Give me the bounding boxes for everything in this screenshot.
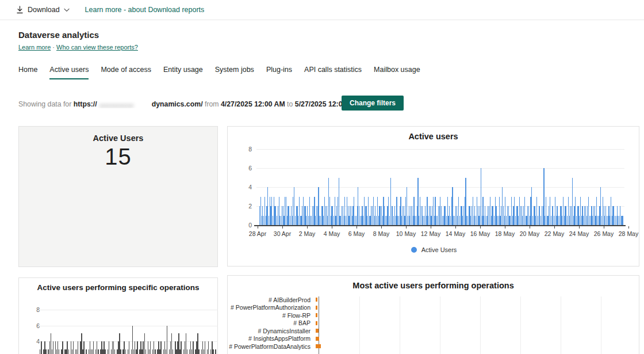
y-tick-label: 2 xyxy=(236,203,252,210)
category-label: # PowerPlatformAuthorization xyxy=(228,304,314,311)
active-users-count-card: Active Users 15 xyxy=(18,126,218,267)
legend-label: Active Users xyxy=(421,246,457,253)
bar xyxy=(83,341,84,354)
bar xyxy=(316,321,317,325)
x-tick-label: 14 May xyxy=(442,230,469,237)
count-card-value: 15 xyxy=(19,144,217,170)
most-active-users-rows: # AIBuilderProd# PowerPlatformAuthorizat… xyxy=(228,296,640,351)
x-tick xyxy=(604,226,604,229)
horizontal-bar-row: # DynamicsInstaller xyxy=(228,327,640,335)
y-tick-label: 4 xyxy=(24,338,40,345)
tab-plug-ins[interactable]: Plug-ins xyxy=(266,66,292,79)
bar xyxy=(86,349,86,354)
bar xyxy=(160,341,161,354)
who-can-view-link[interactable]: Who can view these reports? xyxy=(56,44,138,51)
bar xyxy=(53,341,53,354)
bar xyxy=(316,344,321,348)
x-tick-label: 28 May xyxy=(615,230,642,237)
y-tick-label: 8 xyxy=(236,146,252,153)
bar xyxy=(215,349,216,354)
download-icon xyxy=(16,6,24,14)
download-label: Download xyxy=(28,6,60,14)
category-label: # InsightsAppsPlatform xyxy=(228,335,314,342)
vertical-gridline xyxy=(601,296,601,354)
vertical-gridline xyxy=(400,296,400,354)
x-axis-line xyxy=(254,225,626,226)
tab-system-jobs[interactable]: System jobs xyxy=(215,66,254,79)
bar xyxy=(167,326,167,354)
bar xyxy=(62,341,63,354)
bar xyxy=(198,349,199,354)
chart-title-active-users: Active users xyxy=(228,132,639,141)
chevron-down-icon xyxy=(64,8,70,12)
category-label: # Flow-RP xyxy=(228,312,314,319)
bar xyxy=(98,349,98,354)
x-tick-label: 8 May xyxy=(368,230,394,237)
x-tick-label: 16 May xyxy=(467,230,493,237)
download-button[interactable]: Download xyxy=(16,6,70,14)
x-tick-label: 4 May xyxy=(319,230,345,237)
bar xyxy=(316,298,317,302)
tab-mailbox-usage[interactable]: Mailbox usage xyxy=(374,66,420,79)
bar xyxy=(45,349,46,354)
bar xyxy=(316,337,319,341)
x-tick xyxy=(356,226,357,229)
bar xyxy=(41,341,41,354)
from-label: from xyxy=(205,100,219,108)
url-redacted-blur: ■■■■■■■■■ xyxy=(97,101,152,108)
horizontal-bar-row: # PowerPlatformDataAnalytics xyxy=(228,342,640,351)
horizontal-bar-row: # Flow-RP xyxy=(228,311,640,319)
bar-series xyxy=(40,310,218,354)
y-tick-label: 6 xyxy=(24,322,40,329)
learn-more-download-reports-link[interactable]: Learn more - about Download reports xyxy=(85,6,205,14)
filter-prefix: Showing data for xyxy=(18,100,71,108)
x-tick xyxy=(628,226,629,229)
x-tick-label: 20 May xyxy=(516,230,543,237)
bar xyxy=(120,349,121,354)
category-label: # DynamicsInstaller xyxy=(228,328,314,334)
x-tick xyxy=(282,226,283,229)
legend-dot-icon xyxy=(411,247,417,253)
tab-active-users[interactable]: Active users xyxy=(49,66,89,79)
tab-entity-usage[interactable]: Entity usage xyxy=(163,66,203,79)
header-links: Learn more · Who can view these reports? xyxy=(18,44,138,51)
x-tick xyxy=(530,226,530,229)
tab-api-calls-statistics[interactable]: API calls statistics xyxy=(304,66,362,79)
x-tick-label: 12 May xyxy=(417,230,444,237)
change-filters-button[interactable]: Change filters xyxy=(342,96,404,111)
tab-home[interactable]: Home xyxy=(18,66,37,79)
specific-operations-chart-card: Active users performing specific operati… xyxy=(18,277,218,354)
bar xyxy=(78,341,78,354)
bar xyxy=(109,341,109,354)
bar xyxy=(125,349,126,354)
x-tick xyxy=(258,226,258,229)
tab-mode-of-access[interactable]: Mode of access xyxy=(101,66,151,79)
bar xyxy=(59,349,59,354)
x-tick-label: 22 May xyxy=(541,230,568,237)
x-tick xyxy=(307,226,308,229)
bar xyxy=(213,349,213,354)
x-tick xyxy=(332,226,332,229)
vertical-gridline xyxy=(359,296,360,354)
vertical-gridline xyxy=(440,296,440,354)
bar xyxy=(172,349,173,354)
learn-more-link[interactable]: Learn more xyxy=(18,44,51,51)
dataverse-analytics-page: Download Learn more - about Download rep… xyxy=(0,0,644,354)
bar xyxy=(155,349,155,354)
x-tick xyxy=(505,226,505,229)
from-datetime: 4/27/2025 12:00 AM xyxy=(221,100,285,108)
page-title: Dataverse analytics xyxy=(18,30,99,40)
to-label: to xyxy=(287,100,293,108)
x-tick xyxy=(431,226,431,229)
vertical-gridline xyxy=(520,296,521,354)
vertical-gridline xyxy=(561,296,561,354)
category-label: # AIBuilderProd xyxy=(228,296,314,303)
filter-summary: Showing data for https://■■■■■■■■■dynami… xyxy=(18,100,359,108)
bar xyxy=(93,341,94,354)
category-label: # PowerPlatformDataAnalytics xyxy=(228,343,314,350)
y-tick-label: 4 xyxy=(236,184,252,191)
horizontal-bar-row: # AIBuilderProd xyxy=(228,296,640,304)
y-tick-label: 6 xyxy=(236,165,252,172)
bar xyxy=(114,349,115,354)
bar xyxy=(208,341,209,354)
